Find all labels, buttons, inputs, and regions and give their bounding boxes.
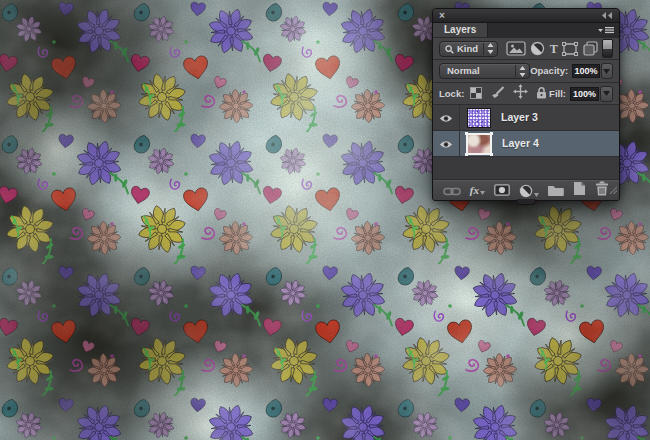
fill-dropdown-button[interactable] xyxy=(600,86,613,102)
type-filter-icon[interactable]: T xyxy=(550,43,558,55)
collapse-icon[interactable] xyxy=(602,12,613,19)
eye-icon xyxy=(439,109,453,127)
panel-menu-icon[interactable] xyxy=(593,23,619,37)
opacity-label: Opacity: xyxy=(530,66,568,76)
eye-icon xyxy=(439,135,453,153)
tab-layers-label: Layers xyxy=(444,25,476,35)
panel-titlebar[interactable]: × xyxy=(433,9,619,23)
layers-panel: × Layers Kind xyxy=(432,8,620,201)
delete-layer-button[interactable] xyxy=(595,181,609,200)
lock-position-icon[interactable] xyxy=(513,84,528,103)
search-icon xyxy=(445,40,454,58)
adjustment-menu-marker xyxy=(534,193,539,197)
lock-buttons xyxy=(470,84,547,103)
photoshop-workspace: × Layers Kind xyxy=(0,0,650,440)
combo-arrows-icon xyxy=(515,65,526,77)
blend-mode-value: Normal xyxy=(447,66,480,76)
combo-arrows-icon xyxy=(483,43,494,55)
panel-footer: fx xyxy=(433,180,619,200)
layer-style-button[interactable]: fx xyxy=(470,185,485,196)
new-layer-button[interactable] xyxy=(573,181,586,200)
filter-kind-dropdown[interactable]: Kind xyxy=(439,41,498,57)
layer-thumbnail[interactable] xyxy=(466,133,492,155)
layers-list: Layer 3 Layer 4 xyxy=(433,105,619,157)
opacity-value-field[interactable]: 100% xyxy=(572,64,599,78)
filter-row: Kind T xyxy=(433,38,619,60)
lock-label: Lock: xyxy=(439,89,464,99)
tab-layers[interactable]: Layers xyxy=(433,23,488,37)
fx-icon: fx xyxy=(470,185,479,196)
lock-all-icon[interactable] xyxy=(536,85,547,103)
new-group-button[interactable] xyxy=(547,182,564,200)
adjustment-filter-icon[interactable] xyxy=(530,41,545,56)
layers-list-empty-area[interactable] xyxy=(433,157,619,180)
visibility-toggle[interactable] xyxy=(433,131,460,156)
layer-thumbnail[interactable] xyxy=(467,108,491,128)
shape-filter-icon[interactable] xyxy=(562,42,578,56)
new-adjustment-layer-button[interactable] xyxy=(519,184,539,198)
smartobject-filter-icon[interactable] xyxy=(583,41,598,56)
layer-name[interactable]: Layer 3 xyxy=(501,112,538,123)
blend-mode-dropdown[interactable]: Normal xyxy=(439,63,530,79)
layer-name[interactable]: Layer 4 xyxy=(502,138,539,149)
lock-transparency-icon[interactable] xyxy=(470,85,482,103)
lock-paint-icon[interactable] xyxy=(490,85,505,103)
layer-row-layer3[interactable]: Layer 3 xyxy=(433,105,619,131)
add-mask-button[interactable] xyxy=(494,182,510,200)
panel-drag-handle[interactable] xyxy=(517,199,536,205)
panel-tab-strip: Layers xyxy=(433,23,619,38)
fx-menu-marker xyxy=(480,191,485,195)
visibility-toggle[interactable] xyxy=(433,105,460,130)
lock-row: Lock: Fill: 100% xyxy=(433,83,619,105)
filter-type-buttons: T xyxy=(506,39,613,58)
resize-grip-icon[interactable] xyxy=(609,180,617,198)
close-icon[interactable]: × xyxy=(439,11,445,21)
fill-value-field[interactable]: 100% xyxy=(570,87,599,101)
opacity-dropdown-button[interactable] xyxy=(601,63,613,79)
blend-row: Normal Opacity: 100% xyxy=(433,60,619,83)
filter-toggle[interactable] xyxy=(602,39,613,58)
filter-kind-label: Kind xyxy=(457,44,478,54)
pixel-filter-icon[interactable] xyxy=(506,41,526,56)
layer-row-layer4[interactable]: Layer 4 xyxy=(433,131,619,157)
adjustment-icon xyxy=(519,184,533,198)
link-layers-icon[interactable] xyxy=(443,182,461,200)
fill-label: Fill: xyxy=(549,89,566,99)
